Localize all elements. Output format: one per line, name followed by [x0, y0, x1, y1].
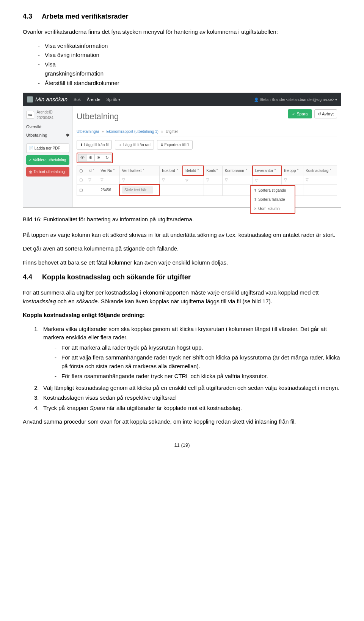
- para-44-3: Använd samma procedur som ovan för att k…: [23, 418, 341, 426]
- sort-desc[interactable]: ⬍Sortera fallande: [251, 195, 295, 204]
- para-44-2: Koppla kostnadsslag enligt följande ordn…: [23, 311, 341, 320]
- vtext-input[interactable]: Skriv text här: [122, 186, 153, 194]
- table-row[interactable]: ▢ 23456 Skriv text här: [77, 184, 337, 195]
- para-44-1: För att summera alla utgifter per kostna…: [23, 288, 341, 306]
- sort-asc[interactable]: ⬍Sortera stigande: [251, 186, 295, 195]
- delete-button[interactable]: 🗑 Ta bort utbetalning: [26, 167, 69, 177]
- filter-lev[interactable]: ▽: [253, 175, 281, 185]
- crumb-2[interactable]: Ekonomirapport (utbetalning 1): [107, 129, 158, 134]
- filter-konto[interactable]: ▽: [204, 175, 222, 185]
- expense-table: ▢ Id ˅ Ver No ˅ Verifikattext ˅ Bokförd …: [77, 165, 337, 196]
- sidebar-utbetalning[interactable]: Utbetalning ✱: [26, 132, 69, 139]
- hide-column[interactable]: ✕Göm kolumn: [251, 204, 295, 213]
- step-2: Välj lämpligt kostnadsslag genom att kli…: [43, 385, 339, 391]
- heading-4-3-title: Arbeta med verifikatsrader: [42, 13, 128, 20]
- heading-4-3: 4.3 Arbeta med verifikatsrader: [23, 11, 341, 22]
- col-vtext[interactable]: Verifikattext ˅: [119, 166, 160, 175]
- download-pdf-button[interactable]: 📄 Ladda ner PDF: [26, 143, 69, 153]
- filter-kontonamn[interactable]: ▽: [222, 175, 253, 185]
- opt-3b: granskningsinformation: [45, 69, 104, 78]
- heading-4-3-num: 4.3: [23, 11, 40, 22]
- nav-sok[interactable]: Sök: [74, 96, 81, 103]
- intro-4-3: Ovanför verifikatsraderna finns det fyra…: [23, 28, 341, 36]
- crumb-1[interactable]: Utbetalningar: [77, 129, 99, 134]
- brand-logo-icon: [27, 96, 33, 102]
- app-brand: Min ansökan: [27, 95, 67, 104]
- app-screenshot: Min ansökan Sök Ärende Språk ▾ 👤 Stefan …: [23, 93, 341, 208]
- validate-button[interactable]: ✓ Validera utbetalning: [26, 155, 69, 165]
- filter-kslag[interactable]: ▽: [303, 175, 337, 185]
- filter-betald[interactable]: ▽: [183, 175, 204, 185]
- show-verif-info-icon[interactable]: 👁: [78, 154, 86, 162]
- ordered-steps: 1. Markera vilka utgiftsrader som ska ko…: [34, 325, 341, 413]
- filter-verno[interactable]: ▽: [98, 175, 119, 185]
- left-panel: «≡ ÄrendeID 20200484 Översikt Utbetalnin…: [23, 106, 72, 208]
- nav-arende[interactable]: Ärende: [87, 96, 100, 103]
- table-filter-row: ▢ ▽ ▽ ▽ ▽ ▽ ▽ ▽ ▽ ▽ ▽: [77, 175, 337, 185]
- opt-3: Visa: [45, 60, 56, 69]
- save-button[interactable]: ✓ Spara: [288, 109, 312, 119]
- col-bokford[interactable]: Bokförd ˅: [160, 166, 183, 175]
- col-konto[interactable]: Konto˅: [204, 166, 222, 175]
- breadcrumb: Utbetalningar » Ekonomirapport (utbetaln…: [77, 126, 337, 137]
- user-label: 👤 Stefan Brander <stefan.brander@sigma.s…: [254, 97, 337, 102]
- page-number: 11 (19): [23, 441, 341, 449]
- heading-4-4: 4.4 Koppla kostnadsslag och sökande för …: [23, 272, 341, 282]
- col-check[interactable]: ▢: [77, 166, 86, 175]
- heading-4-4-num: 4.4: [23, 272, 40, 282]
- filter-id[interactable]: ▽: [86, 175, 98, 185]
- cell-vtext[interactable]: Skriv text här: [119, 184, 160, 195]
- show-review-info-icon[interactable]: ✱: [95, 154, 103, 162]
- crumb-3: Utgifter: [166, 129, 178, 134]
- show-other-info-icon[interactable]: ✱: [86, 154, 95, 162]
- add-from-row-button[interactable]: ＋ Lägg till från rad: [115, 140, 154, 150]
- col-betald[interactable]: Betald ˅: [183, 166, 204, 175]
- reset-columns-icon[interactable]: ↻: [103, 154, 111, 162]
- nav-sprak[interactable]: Språk ▾: [107, 96, 121, 103]
- hide-icon: ✕: [254, 206, 257, 211]
- arende-id: ÄrendeID 20200484: [36, 109, 69, 121]
- filter-bokford[interactable]: ▽: [160, 175, 183, 185]
- para-sort: Det går även att sortera kolumnerna på s…: [23, 244, 341, 253]
- opt-4: Återställ till standardkolumner: [45, 79, 119, 88]
- asterisk-icon: ✱: [66, 132, 69, 139]
- step-3: Kostnadsslagen visas sedan på respektive…: [43, 394, 176, 401]
- figure-caption-16: Bild 16: Funktionalitet för hantering av…: [23, 215, 341, 224]
- cancel-button[interactable]: ↺ Avbryt: [314, 109, 337, 119]
- col-verno[interactable]: Ver No ˅: [98, 166, 119, 175]
- sort-asc-icon: ⬍: [254, 188, 257, 192]
- column-info-buttons: 👁 ✱ ✱ ↻: [77, 153, 113, 163]
- opt-2: Visa övrig information: [45, 51, 99, 60]
- add-from-file-button[interactable]: ⬆ Lägg till från fil: [77, 140, 112, 150]
- para-hide: Finns behovet att bara se ett fåtal kolu…: [23, 258, 341, 267]
- main-panel: ✓ Spara ↺ Avbryt Utbetalning Utbetalning…: [72, 106, 341, 208]
- col-kontonamn[interactable]: Kontonamn ˅: [222, 166, 253, 175]
- app-topbar: Min ansökan Sök Ärende Språk ▾ 👤 Stefan …: [23, 93, 341, 106]
- opt-1: Visa verifikatsinformation: [45, 42, 108, 50]
- step-4: Tryck på knappen Spara när alla utgiftsr…: [43, 404, 341, 413]
- col-id[interactable]: Id ˅: [86, 166, 98, 175]
- col-kslag[interactable]: Kostnadsslag ˅: [303, 166, 337, 175]
- table-toolbar: ⬆ Lägg till från fil ＋ Lägg till från ra…: [77, 140, 337, 150]
- col-belopp[interactable]: Belopp ˅: [281, 166, 303, 175]
- cell-verno[interactable]: 23456: [98, 184, 119, 195]
- sidebar-oversikt[interactable]: Översikt: [26, 124, 69, 130]
- step-1: Markera vilka utgiftsrader som ska koppl…: [43, 326, 327, 341]
- para-search: På toppen av varje kolumn kan ett sökord…: [23, 231, 341, 240]
- table-header-row: ▢ Id ˅ Ver No ˅ Verifikattext ˅ Bokförd …: [77, 166, 337, 175]
- step-1a: För att markera alla rader tryck på krys…: [61, 344, 203, 352]
- menu-options-list: -Visa verifikatsinformation -Visa övrig …: [38, 42, 341, 88]
- step-1c: För flera osammanhängande rader tryck ne…: [61, 372, 268, 381]
- filter-belopp[interactable]: ▽: [281, 175, 303, 185]
- filter-vtext[interactable]: ▽: [119, 175, 160, 185]
- col-lev[interactable]: Leverantör ˅: [253, 166, 281, 175]
- sort-desc-icon: ⬍: [254, 197, 257, 202]
- column-menu-popup: ⬍Sortera stigande ⬍Sortera fallande ✕Göm…: [250, 185, 295, 214]
- heading-4-4-title: Koppla kostnadsslag och sökande för utgi…: [42, 273, 191, 281]
- export-button[interactable]: ⬇ Exportera till fil: [157, 140, 193, 150]
- step-1b: För att välja flera sammanhängande rader…: [61, 353, 341, 370]
- back-icon[interactable]: «≡: [26, 111, 34, 119]
